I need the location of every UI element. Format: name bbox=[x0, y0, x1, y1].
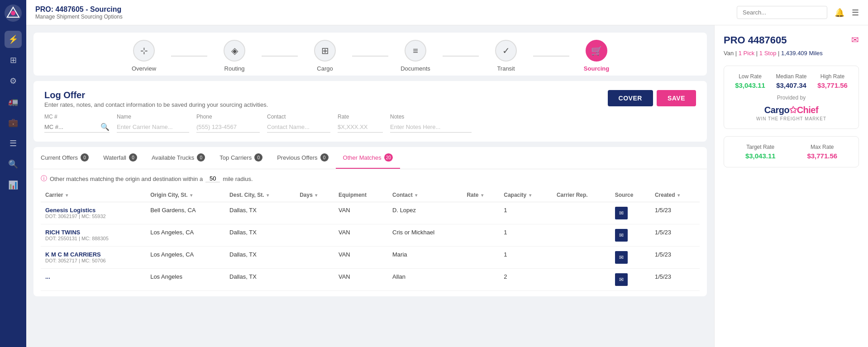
tab-other-matches[interactable]: Other Matches 20 bbox=[336, 147, 400, 169]
tab-previous-offers[interactable]: Previous Offers 0 bbox=[270, 147, 335, 169]
sidebar-item-briefcase[interactable]: 💼 bbox=[5, 114, 22, 131]
save-button[interactable]: SAVE bbox=[657, 90, 696, 106]
tab-top-carriers[interactable]: Top Carriers 0 bbox=[212, 147, 270, 169]
sidebar-item-analytics[interactable]: ⚡ bbox=[5, 31, 22, 48]
step-circle-documents: ≡ bbox=[405, 40, 426, 62]
mc-field-group: MC # 🔍 bbox=[44, 114, 110, 133]
created-cell: 1/5/23 bbox=[650, 247, 700, 269]
carrier-name[interactable]: RICH TWINS bbox=[45, 229, 141, 236]
contact-input[interactable] bbox=[267, 122, 330, 133]
table-row: Genesis Logistics DOT: 3062197 | MC: 559… bbox=[41, 202, 700, 224]
tab-waterfall-badge: 0 bbox=[129, 153, 137, 162]
origin-cell: Los Angeles bbox=[146, 269, 225, 291]
step-label-overview: Overview bbox=[132, 65, 156, 72]
col-dest[interactable]: Dest. City, St. ▾ bbox=[225, 188, 295, 202]
carrier-dot: DOT: 2550131 | MC: 888305 bbox=[45, 236, 141, 241]
capacity-cell: 1 bbox=[499, 247, 552, 269]
sidebar-item-chart[interactable]: 📊 bbox=[5, 176, 22, 194]
col-days[interactable]: Days ▾ bbox=[295, 188, 334, 202]
sidebar-item-truck[interactable]: 🚛 bbox=[5, 93, 22, 110]
workflow-steps-container: ⊹ Overview ◈ Routing ⊞ Cargo bbox=[33, 33, 707, 76]
mc-input-container: 🔍 bbox=[44, 122, 110, 133]
rate-input[interactable] bbox=[338, 122, 383, 133]
step-transit[interactable]: ✓ Transit bbox=[479, 40, 533, 72]
matches-info: ⓘ Other matches matching the origin and … bbox=[41, 175, 700, 183]
days-cell bbox=[295, 224, 334, 247]
target-rates-grid: Target Rate $3,043.11 Max Rate $3,771.56 bbox=[731, 144, 851, 160]
mc-label: MC # bbox=[44, 114, 110, 120]
carrier-cell: Genesis Logistics DOT: 3062197 | MC: 559… bbox=[41, 202, 146, 224]
step-label-routing: Routing bbox=[224, 65, 245, 72]
col-contact[interactable]: Contact ▾ bbox=[388, 188, 462, 202]
step-label-transit: Transit bbox=[497, 65, 515, 72]
col-carrier[interactable]: Carrier ▾ bbox=[41, 188, 146, 202]
col-capacity[interactable]: Capacity ▾ bbox=[499, 188, 552, 202]
contact-label: Contact bbox=[267, 114, 330, 120]
meta-miles[interactable]: 1,439.409 Miles bbox=[781, 50, 823, 57]
sidebar-item-search[interactable]: 🔍 bbox=[5, 156, 22, 173]
low-rate-value: $3,043.11 bbox=[731, 81, 769, 89]
step-routing[interactable]: ◈ Routing bbox=[207, 40, 262, 72]
tab-other-matches-badge: 20 bbox=[384, 153, 393, 162]
search-input[interactable] bbox=[737, 6, 827, 19]
target-rate-label: Target Rate bbox=[731, 144, 790, 150]
days-cell bbox=[295, 269, 334, 291]
col-origin[interactable]: Origin City, St. ▾ bbox=[146, 188, 225, 202]
carrier-rep-cell bbox=[552, 202, 610, 224]
tab-current-offers[interactable]: Current Offers 0 bbox=[33, 147, 96, 169]
mail-icon[interactable]: ✉ bbox=[851, 34, 859, 45]
step-overview[interactable]: ⊹ Overview bbox=[117, 40, 171, 72]
notes-input[interactable] bbox=[390, 122, 472, 133]
tabs-card: Current Offers 0 Waterfall 0 Available T… bbox=[33, 147, 707, 296]
tab-top-carriers-badge: 0 bbox=[254, 153, 262, 162]
carrier-rep-cell bbox=[552, 224, 610, 247]
step-circle-transit: ✓ bbox=[495, 40, 517, 62]
tab-available-trucks[interactable]: Available Trucks 0 bbox=[144, 147, 212, 169]
tab-available-trucks-badge: 0 bbox=[197, 153, 205, 162]
tabs-header: Current Offers 0 Waterfall 0 Available T… bbox=[33, 147, 707, 169]
dest-cell: Dallas, TX bbox=[225, 224, 295, 247]
log-offer-header: Log Offer Enter rates, notes, and contac… bbox=[44, 90, 696, 108]
median-rate-item: Median Rate $3,407.34 bbox=[773, 73, 810, 89]
sidebar-item-dashboard[interactable]: ⊞ bbox=[5, 52, 22, 69]
radius-input[interactable] bbox=[205, 175, 220, 182]
days-cell bbox=[295, 202, 334, 224]
equipment-cell: VAN bbox=[334, 202, 388, 224]
log-offer-fields: MC # 🔍 Name Phone bbox=[44, 114, 696, 133]
col-created[interactable]: Created ▾ bbox=[650, 188, 700, 202]
table-body: Genesis Logistics DOT: 3062197 | MC: 559… bbox=[41, 202, 700, 291]
name-input[interactable] bbox=[117, 122, 189, 133]
sidebar-item-list[interactable]: ☰ bbox=[5, 135, 22, 152]
menu-icon[interactable]: ☰ bbox=[852, 8, 859, 18]
dest-cell: Dallas, TX bbox=[225, 202, 295, 224]
matches-info-text: Other matches matching the origin and de… bbox=[50, 176, 203, 182]
bell-icon[interactable]: 🔔 bbox=[835, 8, 844, 18]
col-rate[interactable]: Rate ▾ bbox=[462, 188, 499, 202]
phone-input[interactable] bbox=[196, 122, 260, 133]
high-rate-item: High Rate $3,771.56 bbox=[814, 73, 851, 89]
step-circle-sourcing: 🛒 bbox=[586, 40, 607, 62]
cover-button[interactable]: COVER bbox=[608, 90, 653, 106]
capacity-cell: 2 bbox=[499, 269, 552, 291]
app-logo[interactable] bbox=[5, 5, 22, 22]
carrier-name[interactable]: ... bbox=[45, 273, 141, 280]
step-cargo[interactable]: ⊞ Cargo bbox=[298, 40, 352, 72]
sidebar-item-tools[interactable]: ⚙ bbox=[5, 72, 22, 90]
tab-current-offers-label: Current Offers bbox=[41, 154, 78, 161]
tab-waterfall[interactable]: Waterfall 0 bbox=[96, 147, 144, 169]
mc-search-button[interactable]: 🔍 bbox=[100, 123, 110, 131]
mc-input[interactable] bbox=[44, 122, 99, 132]
topbar: PRO: 4487605 - Sourcing Manage Shipment … bbox=[26, 0, 868, 25]
carrier-name[interactable]: Genesis Logistics bbox=[45, 207, 141, 214]
step-documents[interactable]: ≡ Documents bbox=[388, 40, 443, 72]
carrier-name[interactable]: K M C M CARRIERS bbox=[45, 251, 141, 258]
tab-previous-offers-label: Previous Offers bbox=[277, 154, 317, 161]
carrier-rep-cell bbox=[552, 247, 610, 269]
cargo-chief-logo: Cargo✩Chief bbox=[731, 105, 851, 115]
rate-cell bbox=[462, 224, 499, 247]
step-sourcing[interactable]: 🛒 Sourcing bbox=[569, 40, 624, 72]
contact-cell: Maria bbox=[388, 247, 462, 269]
rate-cell bbox=[462, 269, 499, 291]
contact-cell: D. Lopez bbox=[388, 202, 462, 224]
rate-label: Rate bbox=[338, 114, 383, 120]
